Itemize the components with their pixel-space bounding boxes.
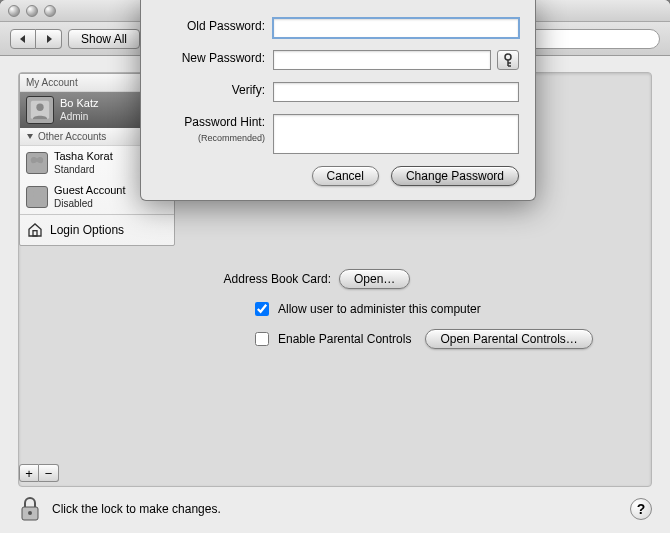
user-photo-icon [29, 99, 51, 121]
house-icon [26, 221, 44, 239]
enable-parental-controls-checkbox[interactable] [255, 332, 269, 346]
account-role: Standard [54, 163, 113, 176]
verify-label: Verify: [157, 82, 265, 98]
allow-admin-label: Allow user to administer this computer [278, 302, 481, 316]
password-hint-field[interactable] [273, 114, 519, 154]
svg-marker-4 [27, 134, 33, 139]
svg-marker-1 [47, 35, 52, 43]
butterfly-icon [28, 154, 46, 172]
login-options-label: Login Options [50, 223, 124, 237]
lock-icon [19, 496, 41, 522]
triangle-right-icon [44, 34, 54, 44]
forward-button[interactable] [36, 29, 62, 49]
account-name: Guest Account [54, 184, 126, 197]
new-password-field[interactable] [273, 50, 491, 70]
add-account-button[interactable]: + [19, 464, 39, 482]
address-book-label: Address Book Card: [191, 272, 331, 286]
silhouette-icon [28, 188, 46, 206]
other-accounts-label: Other Accounts [38, 131, 106, 142]
remove-account-button[interactable]: − [39, 464, 59, 482]
enable-parental-controls-label: Enable Parental Controls [278, 332, 411, 346]
svg-point-8 [28, 511, 32, 515]
add-remove-segment: + − [19, 464, 59, 482]
password-hint-label: Password Hint: (Recommended) [157, 114, 265, 146]
svg-marker-0 [20, 35, 25, 43]
old-password-field[interactable] [273, 18, 519, 38]
allow-admin-checkbox[interactable] [255, 302, 269, 316]
svg-rect-6 [33, 231, 37, 236]
login-options-button[interactable]: Login Options [20, 214, 174, 245]
svg-point-9 [505, 54, 511, 60]
lock-text: Click the lock to make changes. [52, 502, 221, 516]
password-assistant-button[interactable] [497, 50, 519, 70]
old-password-label: Old Password: [157, 18, 265, 34]
accounts-window: Accounts Show All My Account [0, 0, 670, 533]
nav-segment [10, 29, 62, 49]
back-button[interactable] [10, 29, 36, 49]
key-icon [502, 53, 514, 67]
help-button[interactable]: ? [630, 498, 652, 520]
open-parental-controls-button[interactable]: Open Parental Controls… [425, 329, 592, 349]
verify-password-field[interactable] [273, 82, 519, 102]
hint-label-text: Password Hint: [184, 115, 265, 129]
account-name: Tasha Korat [54, 150, 113, 163]
account-role: Admin [60, 110, 99, 123]
avatar [26, 186, 48, 208]
change-password-sheet: Old Password: New Password: Verify: Pass… [140, 0, 536, 201]
open-address-book-button[interactable]: Open… [339, 269, 410, 289]
cancel-button[interactable]: Cancel [312, 166, 379, 186]
show-all-button[interactable]: Show All [68, 29, 140, 49]
avatar [26, 96, 54, 124]
lock-button[interactable] [18, 495, 42, 523]
avatar [26, 152, 48, 174]
triangle-left-icon [18, 34, 28, 44]
svg-point-3 [36, 104, 43, 111]
new-password-label: New Password: [157, 50, 265, 66]
footer: Click the lock to make changes. ? [18, 495, 652, 523]
svg-point-5 [33, 190, 41, 198]
hint-label-sub: (Recommended) [157, 130, 265, 146]
disclosure-triangle-icon [26, 133, 34, 141]
account-name: Bo Katz [60, 97, 99, 110]
change-password-button[interactable]: Change Password [391, 166, 519, 186]
account-role: Disabled [54, 197, 126, 210]
